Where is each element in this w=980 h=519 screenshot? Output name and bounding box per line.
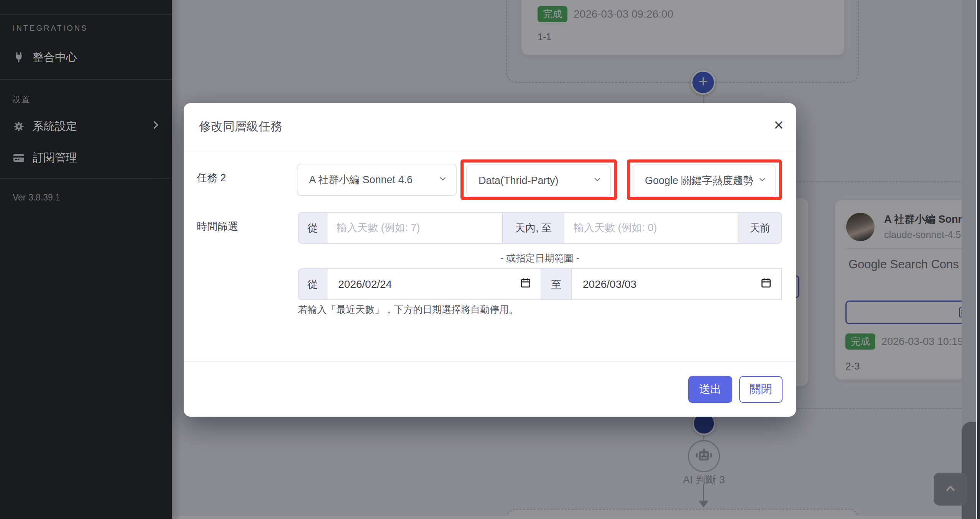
modal-title: 修改同層級任務 [199,118,282,135]
chevron-down-icon [593,175,602,187]
chevron-right-icon [150,120,161,130]
chevron-down-icon [438,174,447,186]
date-to-input[interactable]: 2026/03/03 [571,268,782,300]
content-left-shadow [172,0,181,519]
datasource-select-value: Data(Thrid-Party) [478,175,559,187]
app-version: Ver 3.8.39.1 [13,192,60,203]
calendar-icon [520,277,531,291]
date-disable-note: 若輸入「最近天數」，下方的日期選擇將自動停用。 [298,303,518,316]
modal-header-divider [184,151,796,151]
to-addon: 至 [541,268,572,300]
from-addon: 從 [298,268,327,300]
days-to-input[interactable] [564,212,739,244]
tool-select[interactable]: Google 關鍵字熱度趨勢 [633,164,776,197]
screen-edge [976,0,980,519]
modal-footer-divider [184,361,796,362]
days-from-input[interactable] [327,212,503,244]
sidebar-divider [0,79,172,80]
or-date-range-text: - 或指定日期範圍 - [298,252,782,264]
tool-select-value: Google 關鍵字熱度趨勢 [645,174,754,187]
edit-sibling-task-modal: 修改同層級任務 × 任務 2 A 社群小編 Sonnet 4.6 Data(Th… [184,103,796,417]
date-to-value: 2026/03/03 [583,278,636,291]
sidebar-section-settings: 設置 [13,94,31,105]
time-filter-label: 時間篩選 [197,220,238,233]
sidebar-divider [0,178,172,179]
submit-button[interactable]: 送出 [688,376,732,403]
sidebar: INTEGRATIONS 整合中心 設置 [0,0,172,519]
close-button[interactable]: 關閉 [739,376,783,403]
gear-icon [13,120,25,133]
days-within-addon: 天內, 至 [502,212,564,244]
date-from-value: 2026/02/24 [338,278,392,291]
days-ago-addon: 天前 [738,212,782,244]
close-icon[interactable]: × [770,116,788,135]
credit-card-icon [13,152,25,164]
plug-icon [13,51,25,64]
sidebar-item-label: 系統設定 [33,119,77,134]
agent-select-value: A 社群小編 Sonnet 4.6 [309,173,413,187]
app-screen: 完成 2026-03-03 09:26:00 1-1 + AI 判斷 3 A 社… [0,0,980,519]
task-label: 任務 2 [197,171,226,185]
calendar-icon [760,277,772,291]
sidebar-item-label: 整合中心 [33,50,77,65]
sidebar-item-subscription[interactable]: 訂閱管理 [13,150,77,166]
sidebar-item-label: 訂閱管理 [33,150,77,166]
sidebar-section-integrations: INTEGRATIONS [13,24,88,33]
from-addon: 從 [298,212,327,244]
sidebar-item-system-settings[interactable]: 系統設定 [13,119,77,134]
sidebar-item-integration-center[interactable]: 整合中心 [13,50,77,65]
sidebar-divider [0,14,172,15]
date-from-input[interactable]: 2026/02/24 [327,268,541,300]
chevron-down-icon [758,175,767,187]
datasource-select[interactable]: Data(Thrid-Party) [466,164,611,197]
agent-select[interactable]: A 社群小編 Sonnet 4.6 [297,164,457,196]
